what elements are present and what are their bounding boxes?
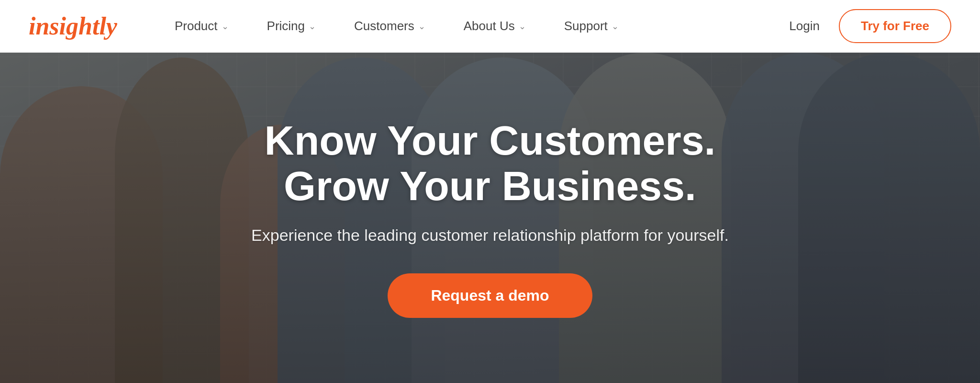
chevron-down-icon: ⌄: [309, 21, 316, 32]
hero-section: Know Your Customers. Grow Your Business.…: [0, 53, 980, 383]
nav-label-pricing: Pricing: [267, 19, 305, 34]
nav-links: Product ⌄ Pricing ⌄ Customers ⌄ About Us…: [156, 0, 789, 53]
nav-label-support: Support: [564, 19, 608, 34]
brand-logo[interactable]: insightly: [29, 12, 117, 40]
hero-title: Know Your Customers. Grow Your Business.: [251, 118, 729, 208]
try-free-button[interactable]: Try for Free: [839, 9, 951, 43]
hero-content: Know Your Customers. Grow Your Business.…: [232, 118, 748, 317]
nav-right: Login Try for Free: [789, 9, 951, 43]
nav-item-customers[interactable]: Customers ⌄: [335, 0, 445, 53]
request-demo-button[interactable]: Request a demo: [388, 273, 592, 318]
nav-label-product: Product: [175, 19, 218, 34]
chevron-down-icon: ⌄: [222, 21, 229, 32]
nav-item-pricing[interactable]: Pricing ⌄: [248, 0, 335, 53]
nav-item-product[interactable]: Product ⌄: [156, 0, 248, 53]
nav-label-customers: Customers: [354, 19, 414, 34]
navbar: insightly Product ⌄ Pricing ⌄ Customers …: [0, 0, 980, 53]
hero-title-line1: Know Your Customers.: [265, 117, 716, 163]
hero-title-line2: Grow Your Business.: [284, 163, 696, 209]
login-button[interactable]: Login: [789, 19, 820, 34]
nav-label-about: About Us: [464, 19, 515, 34]
nav-item-support[interactable]: Support ⌄: [545, 0, 638, 53]
hero-subtitle: Experience the leading customer relation…: [251, 226, 729, 245]
nav-item-about[interactable]: About Us ⌄: [445, 0, 545, 53]
chevron-down-icon: ⌄: [519, 21, 526, 32]
chevron-down-icon: ⌄: [418, 21, 425, 32]
chevron-down-icon: ⌄: [612, 21, 619, 32]
